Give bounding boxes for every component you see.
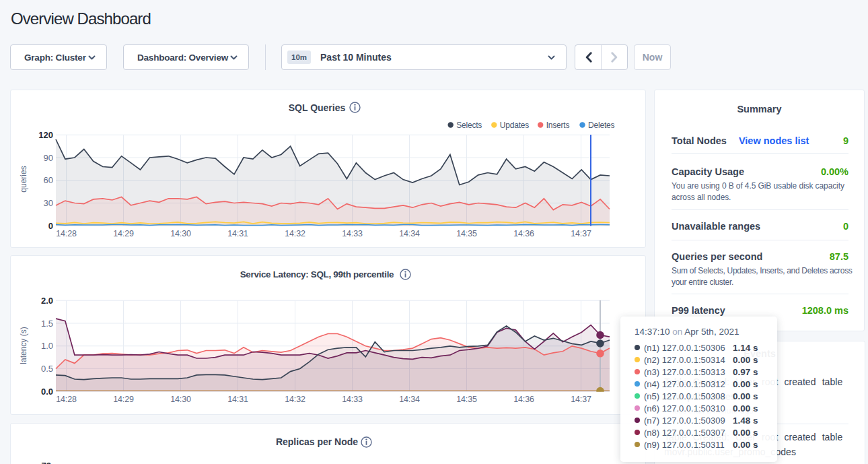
svg-text:14:33: 14:33 bbox=[342, 229, 363, 238]
svg-text:14:28: 14:28 bbox=[56, 229, 77, 238]
svg-text:Service Latency: SQL, 99th per: Service Latency: SQL, 99th percentile bbox=[240, 269, 394, 279]
svg-text:14:37: 14:37 bbox=[571, 229, 591, 238]
svg-text:SQL Queries: SQL Queries bbox=[289, 102, 346, 113]
svg-text:1.5: 1.5 bbox=[41, 319, 53, 329]
svg-text:0.5: 0.5 bbox=[41, 364, 53, 374]
svg-text:30: 30 bbox=[44, 198, 53, 208]
svg-text:14:35: 14:35 bbox=[456, 395, 477, 404]
svg-text:Replicas per Node: Replicas per Node bbox=[276, 436, 358, 447]
svg-text:0: 0 bbox=[48, 221, 53, 231]
svg-text:14:34: 14:34 bbox=[399, 229, 420, 238]
svg-text:14:35: 14:35 bbox=[456, 229, 477, 238]
svg-text:latency (s): latency (s) bbox=[19, 327, 28, 364]
svg-text:90: 90 bbox=[44, 153, 53, 163]
svg-text:1.0: 1.0 bbox=[41, 341, 53, 351]
svg-text:14:28: 14:28 bbox=[56, 395, 77, 404]
svg-text:14:30: 14:30 bbox=[170, 395, 191, 404]
svg-text:14:37: 14:37 bbox=[571, 395, 591, 404]
svg-text:2.0: 2.0 bbox=[41, 296, 53, 306]
svg-text:14:32: 14:32 bbox=[285, 395, 305, 404]
svg-text:14:34: 14:34 bbox=[399, 395, 420, 404]
svg-text:14:29: 14:29 bbox=[113, 229, 134, 238]
svg-text:14:36: 14:36 bbox=[513, 229, 534, 238]
svg-text:120: 120 bbox=[38, 130, 53, 140]
svg-text:14:31: 14:31 bbox=[227, 229, 248, 238]
svg-text:Selects: Selects bbox=[456, 121, 482, 130]
svg-text:queries: queries bbox=[19, 166, 28, 192]
svg-text:Updates: Updates bbox=[500, 121, 529, 130]
svg-text:14:31: 14:31 bbox=[227, 395, 248, 404]
svg-text:0.0: 0.0 bbox=[41, 387, 53, 397]
svg-text:14:32: 14:32 bbox=[285, 229, 305, 238]
svg-text:14:33: 14:33 bbox=[342, 395, 363, 404]
svg-text:72: 72 bbox=[42, 461, 51, 464]
svg-text:Deletes: Deletes bbox=[588, 121, 614, 130]
svg-text:60: 60 bbox=[44, 175, 53, 185]
svg-text:14:36: 14:36 bbox=[513, 395, 534, 404]
svg-text:Inserts: Inserts bbox=[546, 121, 570, 130]
svg-text:14:29: 14:29 bbox=[113, 395, 134, 404]
svg-text:14:30: 14:30 bbox=[170, 229, 191, 238]
